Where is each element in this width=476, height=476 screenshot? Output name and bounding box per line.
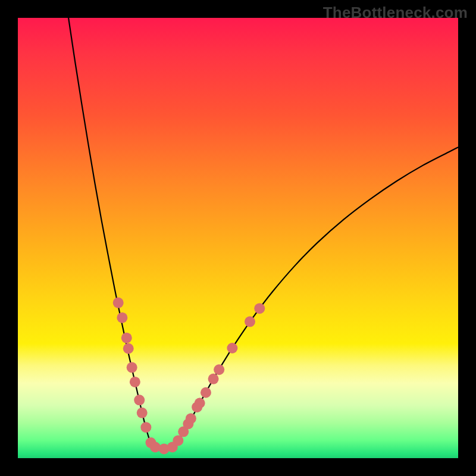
- data-marker: [123, 343, 134, 354]
- data-marker: [137, 408, 148, 418]
- curve-right-branch: [176, 148, 458, 443]
- data-marker: [186, 413, 196, 424]
- chart-frame: TheBottleneck.com: [0, 0, 476, 476]
- data-marker: [150, 442, 161, 453]
- data-marker: [130, 377, 140, 387]
- plot-area: [18, 18, 458, 458]
- data-marker: [245, 317, 255, 327]
- watermark-text: TheBottleneck.com: [323, 4, 468, 22]
- data-marker: [227, 343, 237, 353]
- data-markers: [113, 298, 265, 455]
- data-marker: [254, 303, 265, 314]
- data-marker: [214, 364, 224, 375]
- data-marker: [127, 362, 137, 373]
- data-marker: [195, 398, 205, 409]
- data-marker: [208, 374, 219, 384]
- data-marker: [117, 312, 127, 323]
- data-marker: [121, 333, 132, 343]
- data-marker: [140, 422, 151, 433]
- chart-svg: [18, 18, 458, 458]
- data-marker: [113, 298, 124, 308]
- data-marker: [134, 394, 145, 405]
- data-marker: [201, 387, 211, 398]
